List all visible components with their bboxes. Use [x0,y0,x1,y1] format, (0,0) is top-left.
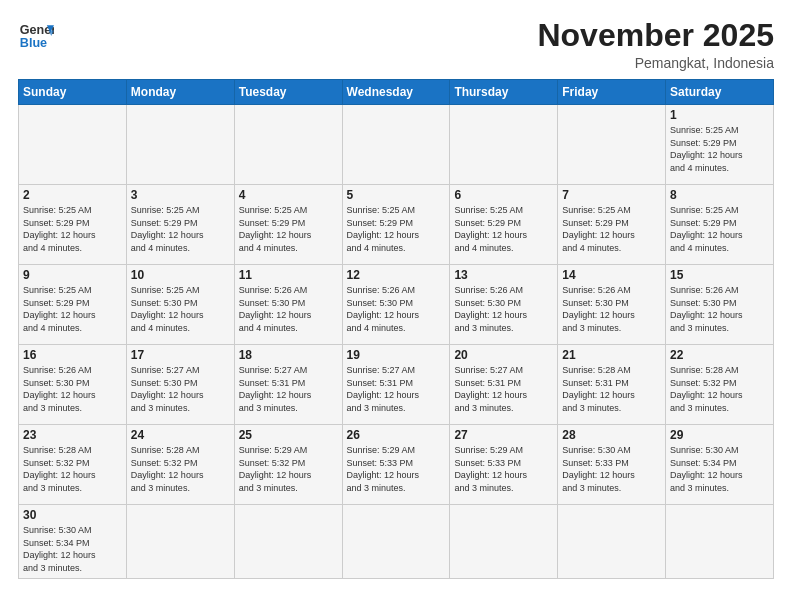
calendar-week-0: 1Sunrise: 5:25 AM Sunset: 5:29 PM Daylig… [19,105,774,185]
day-info: Sunrise: 5:27 AM Sunset: 5:31 PM Dayligh… [239,364,338,414]
calendar-cell: 17Sunrise: 5:27 AM Sunset: 5:30 PM Dayli… [126,345,234,425]
day-info: Sunrise: 5:29 AM Sunset: 5:33 PM Dayligh… [347,444,446,494]
calendar-cell: 10Sunrise: 5:25 AM Sunset: 5:30 PM Dayli… [126,265,234,345]
calendar-cell: 3Sunrise: 5:25 AM Sunset: 5:29 PM Daylig… [126,185,234,265]
day-info: Sunrise: 5:25 AM Sunset: 5:29 PM Dayligh… [23,284,122,334]
day-number: 21 [562,348,661,362]
calendar-cell: 29Sunrise: 5:30 AM Sunset: 5:34 PM Dayli… [666,425,774,505]
calendar-cell [342,105,450,185]
day-number: 23 [23,428,122,442]
day-info: Sunrise: 5:27 AM Sunset: 5:31 PM Dayligh… [454,364,553,414]
calendar-cell [450,105,558,185]
day-info: Sunrise: 5:25 AM Sunset: 5:30 PM Dayligh… [131,284,230,334]
calendar-cell [342,505,450,578]
day-number: 11 [239,268,338,282]
day-number: 1 [670,108,769,122]
day-info: Sunrise: 5:26 AM Sunset: 5:30 PM Dayligh… [670,284,769,334]
header-saturday: Saturday [666,80,774,105]
day-info: Sunrise: 5:25 AM Sunset: 5:29 PM Dayligh… [347,204,446,254]
title-block: November 2025 Pemangkat, Indonesia [537,18,774,71]
day-number: 6 [454,188,553,202]
calendar-cell: 14Sunrise: 5:26 AM Sunset: 5:30 PM Dayli… [558,265,666,345]
day-info: Sunrise: 5:27 AM Sunset: 5:30 PM Dayligh… [131,364,230,414]
month-title: November 2025 [537,18,774,53]
calendar-cell: 19Sunrise: 5:27 AM Sunset: 5:31 PM Dayli… [342,345,450,425]
day-info: Sunrise: 5:28 AM Sunset: 5:32 PM Dayligh… [23,444,122,494]
calendar-cell: 20Sunrise: 5:27 AM Sunset: 5:31 PM Dayli… [450,345,558,425]
day-number: 5 [347,188,446,202]
calendar-cell: 16Sunrise: 5:26 AM Sunset: 5:30 PM Dayli… [19,345,127,425]
calendar-cell: 30Sunrise: 5:30 AM Sunset: 5:34 PM Dayli… [19,505,127,578]
calendar-cell: 5Sunrise: 5:25 AM Sunset: 5:29 PM Daylig… [342,185,450,265]
calendar-cell: 26Sunrise: 5:29 AM Sunset: 5:33 PM Dayli… [342,425,450,505]
day-info: Sunrise: 5:25 AM Sunset: 5:29 PM Dayligh… [562,204,661,254]
calendar-cell: 15Sunrise: 5:26 AM Sunset: 5:30 PM Dayli… [666,265,774,345]
day-info: Sunrise: 5:26 AM Sunset: 5:30 PM Dayligh… [562,284,661,334]
calendar-week-1: 2Sunrise: 5:25 AM Sunset: 5:29 PM Daylig… [19,185,774,265]
day-info: Sunrise: 5:29 AM Sunset: 5:33 PM Dayligh… [454,444,553,494]
calendar-cell: 1Sunrise: 5:25 AM Sunset: 5:29 PM Daylig… [666,105,774,185]
day-number: 27 [454,428,553,442]
day-number: 17 [131,348,230,362]
page-header: General Blue November 2025 Pemangkat, In… [18,18,774,71]
day-number: 15 [670,268,769,282]
day-info: Sunrise: 5:25 AM Sunset: 5:29 PM Dayligh… [131,204,230,254]
day-number: 7 [562,188,661,202]
day-info: Sunrise: 5:27 AM Sunset: 5:31 PM Dayligh… [347,364,446,414]
header-monday: Monday [126,80,234,105]
calendar-cell: 24Sunrise: 5:28 AM Sunset: 5:32 PM Dayli… [126,425,234,505]
calendar-cell [234,505,342,578]
header-thursday: Thursday [450,80,558,105]
calendar-week-3: 16Sunrise: 5:26 AM Sunset: 5:30 PM Dayli… [19,345,774,425]
calendar-cell [558,505,666,578]
calendar-cell: 27Sunrise: 5:29 AM Sunset: 5:33 PM Dayli… [450,425,558,505]
svg-text:Blue: Blue [20,36,47,50]
calendar-cell: 21Sunrise: 5:28 AM Sunset: 5:31 PM Dayli… [558,345,666,425]
day-number: 2 [23,188,122,202]
day-number: 20 [454,348,553,362]
day-info: Sunrise: 5:26 AM Sunset: 5:30 PM Dayligh… [454,284,553,334]
day-number: 19 [347,348,446,362]
day-info: Sunrise: 5:25 AM Sunset: 5:29 PM Dayligh… [23,204,122,254]
calendar-cell: 4Sunrise: 5:25 AM Sunset: 5:29 PM Daylig… [234,185,342,265]
day-number: 26 [347,428,446,442]
day-number: 14 [562,268,661,282]
day-number: 16 [23,348,122,362]
calendar-cell [126,105,234,185]
calendar-cell [450,505,558,578]
calendar-cell [234,105,342,185]
day-info: Sunrise: 5:26 AM Sunset: 5:30 PM Dayligh… [347,284,446,334]
calendar-cell: 25Sunrise: 5:29 AM Sunset: 5:32 PM Dayli… [234,425,342,505]
header-tuesday: Tuesday [234,80,342,105]
calendar-cell: 2Sunrise: 5:25 AM Sunset: 5:29 PM Daylig… [19,185,127,265]
calendar-cell [666,505,774,578]
day-info: Sunrise: 5:26 AM Sunset: 5:30 PM Dayligh… [239,284,338,334]
day-info: Sunrise: 5:29 AM Sunset: 5:32 PM Dayligh… [239,444,338,494]
day-number: 22 [670,348,769,362]
day-info: Sunrise: 5:28 AM Sunset: 5:32 PM Dayligh… [131,444,230,494]
logo-icon: General Blue [18,18,54,54]
day-number: 24 [131,428,230,442]
calendar-cell: 11Sunrise: 5:26 AM Sunset: 5:30 PM Dayli… [234,265,342,345]
day-number: 12 [347,268,446,282]
day-info: Sunrise: 5:30 AM Sunset: 5:33 PM Dayligh… [562,444,661,494]
day-number: 25 [239,428,338,442]
calendar-cell: 8Sunrise: 5:25 AM Sunset: 5:29 PM Daylig… [666,185,774,265]
header-wednesday: Wednesday [342,80,450,105]
day-number: 29 [670,428,769,442]
calendar-cell: 22Sunrise: 5:28 AM Sunset: 5:32 PM Dayli… [666,345,774,425]
calendar-cell: 7Sunrise: 5:25 AM Sunset: 5:29 PM Daylig… [558,185,666,265]
day-info: Sunrise: 5:25 AM Sunset: 5:29 PM Dayligh… [454,204,553,254]
calendar-cell: 23Sunrise: 5:28 AM Sunset: 5:32 PM Dayli… [19,425,127,505]
calendar-cell [19,105,127,185]
day-info: Sunrise: 5:25 AM Sunset: 5:29 PM Dayligh… [670,124,769,174]
day-info: Sunrise: 5:26 AM Sunset: 5:30 PM Dayligh… [23,364,122,414]
day-number: 13 [454,268,553,282]
calendar-cell: 9Sunrise: 5:25 AM Sunset: 5:29 PM Daylig… [19,265,127,345]
day-number: 18 [239,348,338,362]
day-number: 9 [23,268,122,282]
calendar-cell: 6Sunrise: 5:25 AM Sunset: 5:29 PM Daylig… [450,185,558,265]
day-number: 4 [239,188,338,202]
calendar: SundayMondayTuesdayWednesdayThursdayFrid… [18,79,774,578]
day-number: 10 [131,268,230,282]
